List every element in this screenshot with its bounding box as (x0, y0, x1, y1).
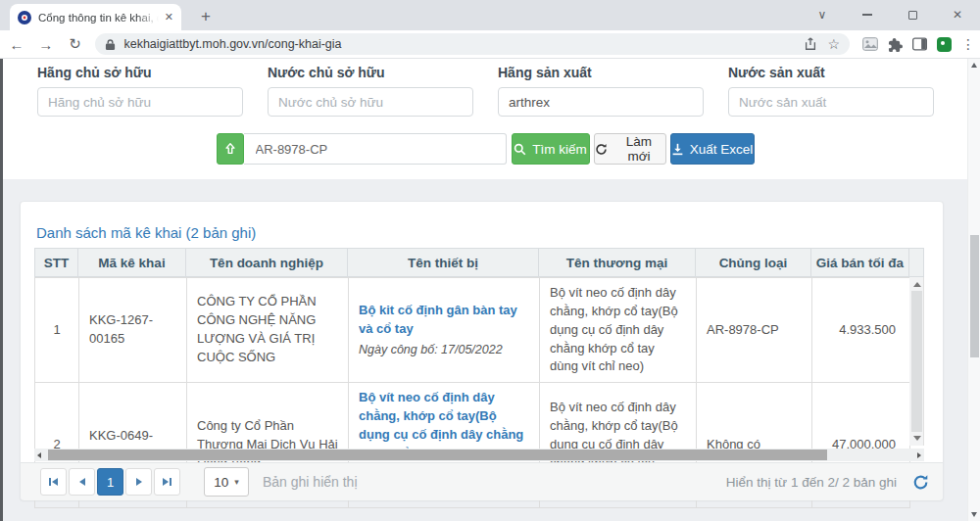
cell-gia-ban: 4.933.500 (812, 278, 910, 383)
first-page-button[interactable] (40, 468, 67, 496)
extensions-puzzle-icon[interactable] (883, 32, 906, 56)
media-preview-icon[interactable] (858, 32, 882, 56)
search-button-label: Tìm kiếm (532, 142, 587, 157)
cell-thuong-mai: Bộ vít neo cố định dây chằng, khớp cổ ta… (540, 278, 697, 383)
address-bar[interactable]: kekhaigiattbyt.moh.gov.vn/cong-khai-gia … (95, 33, 850, 55)
toolbar-extensions-area: ⋮ (858, 32, 980, 56)
field-label: Nước chủ sở hữu (268, 65, 473, 80)
window-controls: ∨ ✕ (800, 0, 980, 29)
scroll-left-icon[interactable] (37, 452, 41, 458)
scroll-down-icon[interactable] (971, 512, 977, 517)
download-icon (671, 143, 684, 156)
current-page-button[interactable]: 1 (97, 468, 123, 496)
back-button[interactable]: ← (4, 31, 29, 57)
bookmark-star-icon[interactable]: ☆ (827, 36, 840, 52)
col-header-doanh-nghiep[interactable]: Tên doanh nghiệp (186, 248, 348, 277)
publish-date: Ngày công bố: 17/05/2022 (359, 341, 529, 358)
search-icon (514, 143, 526, 156)
field-label: Hãng sản xuất (498, 65, 704, 80)
hang-san-xuat-input[interactable] (498, 87, 704, 117)
search-row: Tìm kiếm Làm mới Xuất Excel (3, 133, 967, 165)
next-page-button[interactable] (125, 468, 152, 496)
cell-stt: 1 (35, 278, 79, 383)
col-header-stt[interactable]: STT (34, 248, 78, 277)
scroll-up-icon[interactable] (913, 282, 921, 287)
page-content: Hãng chủ sở hữu Nước chủ sở hữu Hãng sản… (0, 59, 980, 521)
nuoc-san-xuat-input[interactable] (728, 87, 934, 117)
refresh-icon (595, 143, 608, 156)
keyword-search-input[interactable] (244, 133, 507, 165)
results-card: Danh sách mã kê khai (2 bản ghi) STT Mã … (20, 201, 944, 500)
reset-button[interactable]: Làm mới (594, 133, 666, 165)
upload-arrow-icon (223, 142, 237, 156)
last-page-button[interactable] (154, 468, 180, 496)
page-size-value: 10 (214, 475, 228, 490)
refresh-table-button[interactable] (912, 474, 929, 491)
tab-close-icon[interactable]: ✕ (165, 11, 173, 24)
vertical-scroll-thumb[interactable] (911, 291, 922, 432)
horizontal-scroll-thumb[interactable] (48, 450, 827, 460)
cell-chung-loai: AR-8978-CP (697, 278, 812, 383)
chevron-down-icon: ▾ (234, 477, 239, 487)
forward-button[interactable]: → (33, 31, 59, 57)
col-header-gia-ban[interactable]: Giá bán tối đa (811, 248, 909, 277)
col-header-thuong-mai[interactable]: Tên thương mại (539, 248, 696, 277)
minimize-button[interactable] (845, 0, 890, 29)
scroll-up-icon[interactable] (971, 63, 977, 68)
upload-button[interactable] (217, 133, 244, 165)
field-nuoc-chu-so-huu: Nước chủ sở hữu (268, 65, 473, 117)
export-excel-button[interactable]: Xuất Excel (670, 133, 755, 165)
table-footer: 1 10 ▾ Bản ghi hiển thị Hiển thị từ 1 đế… (21, 462, 943, 500)
scroll-right-icon[interactable] (917, 452, 921, 458)
site-favicon (18, 11, 31, 24)
page-size-label: Bản ghi hiển thị (263, 474, 358, 490)
tab-title: Cổng thông tin kê khai, công kha (38, 12, 159, 24)
restore-button[interactable] (890, 0, 935, 29)
search-button[interactable]: Tìm kiếm (512, 133, 590, 165)
tab-search-chevron-icon[interactable]: ∨ (800, 0, 845, 29)
reload-button[interactable]: ↻ (63, 31, 88, 57)
lock-icon (105, 38, 116, 51)
page-scrollbar[interactable] (967, 59, 980, 521)
cell-doanh-nghiep: CÔNG TY CỔ PHẦN CÔNG NGHỆ NĂNG LƯỢNG VÀ … (187, 278, 349, 383)
field-hang-chu-so-huu: Hãng chủ sở hữu (37, 65, 243, 117)
nuoc-chu-so-huu-input[interactable] (268, 87, 473, 117)
field-label: Hãng chủ sở hữu (37, 65, 243, 80)
table-horizontal-scrollbar[interactable] (34, 449, 924, 461)
hang-chu-so-huu-input[interactable] (37, 87, 243, 117)
share-icon[interactable] (804, 37, 817, 51)
device-link[interactable]: Bộ kit cố định gân bàn tay và cổ tay (359, 302, 529, 339)
cell-thiet-bi: Bộ kit cố định gân bàn tay và cổ tay Ngà… (349, 278, 540, 383)
previous-page-button[interactable] (69, 468, 95, 496)
col-header-chung-loai[interactable]: Chủng loại (696, 248, 811, 277)
col-header-spacer (909, 248, 924, 277)
page-scroll-thumb[interactable] (970, 235, 979, 357)
table-vertical-scrollbar[interactable] (909, 277, 924, 446)
field-hang-san-xuat: Hãng sản xuất (498, 65, 704, 117)
new-tab-button[interactable]: + (194, 5, 218, 28)
browser-toolbar: ← → ↻ kekhaigiattbyt.moh.gov.vn/cong-kha… (0, 30, 980, 59)
filter-form-card: Hãng chủ sở hữu Nước chủ sở hữu Hãng sản… (3, 59, 967, 179)
url-text: kekhaigiattbyt.moh.gov.vn/cong-khai-gia (123, 37, 794, 51)
col-header-ma-ke-khai[interactable]: Mã kê khai (78, 248, 186, 277)
refresh-icon (912, 474, 929, 491)
field-label: Nước sản xuất (728, 65, 934, 80)
scroll-down-icon[interactable] (913, 436, 921, 441)
field-nuoc-san-xuat: Nước sản xuất (728, 65, 934, 117)
export-excel-label: Xuất Excel (690, 142, 754, 157)
results-title: Danh sách mã kê khai (2 bản ghi) (36, 224, 256, 241)
reset-button-label: Làm mới (612, 134, 664, 164)
browser-tab[interactable]: Cổng thông tin kê khai, công kha ✕ (10, 4, 181, 30)
page-size-select[interactable]: 10 ▾ (204, 467, 249, 497)
close-button[interactable]: ✕ (935, 0, 980, 29)
side-panel-icon[interactable] (907, 32, 931, 56)
records-summary: Hiển thị từ 1 đến 2/ 2 bản ghi (726, 475, 897, 490)
pagination: 1 (40, 468, 182, 496)
cell-ma-ke-khai: KKG-1267-00165 (79, 278, 187, 383)
browser-tab-strip: Cổng thông tin kê khai, công kha ✕ + ∨ ✕ (0, 0, 980, 30)
browser-menu-icon[interactable]: ⋮ (956, 32, 980, 56)
col-header-thiet-bi[interactable]: Tên thiết bị (348, 248, 539, 277)
table-header-row: STT Mã kê khai Tên doanh nghiệp Tên thiế… (34, 248, 924, 277)
table-row: 1 KKG-1267-00165 CÔNG TY CỔ PHẦN CÔNG NG… (35, 278, 910, 383)
green-extension-icon[interactable] (932, 32, 956, 56)
